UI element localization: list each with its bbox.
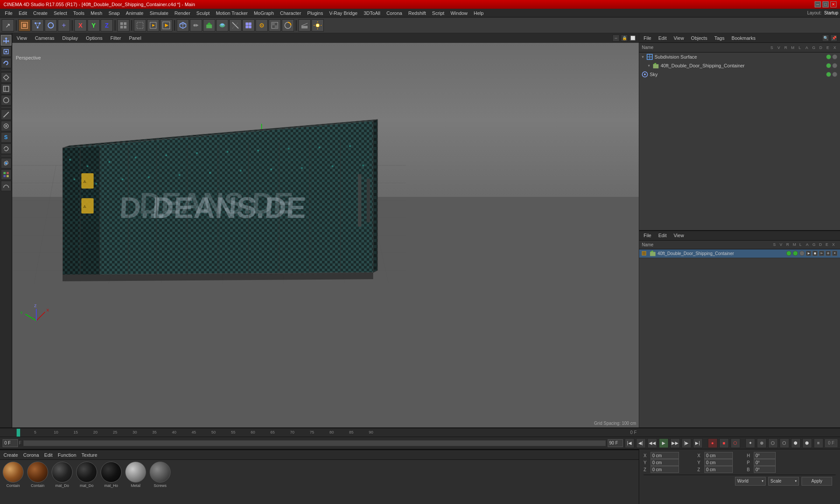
toolbar-pen[interactable]: ✏ bbox=[190, 19, 202, 32]
mat-create[interactable]: Create bbox=[4, 452, 18, 458]
left-tool-spline[interactable] bbox=[1, 181, 11, 191]
obj-file[interactable]: File bbox=[642, 35, 653, 42]
end-frame-input[interactable] bbox=[608, 439, 623, 447]
menu-motion-tracker[interactable]: Motion Tracker bbox=[213, 10, 251, 17]
tl-icon4[interactable]: ⬡ bbox=[780, 438, 789, 448]
attr-selected-row[interactable]: 40ft_Double_Door_Shipping_Container ▶ ◼ … bbox=[639, 249, 840, 258]
toolbar-cube[interactable] bbox=[177, 19, 189, 32]
mat-texture[interactable]: Texture bbox=[81, 452, 97, 458]
toolbar-faces[interactable]: + bbox=[58, 19, 70, 32]
menu-character[interactable]: Character bbox=[277, 10, 304, 17]
tl-icon7[interactable]: ≡ bbox=[814, 438, 823, 448]
menu-mesh[interactable]: Mesh bbox=[88, 10, 105, 17]
maximize-button[interactable]: □ bbox=[822, 1, 829, 7]
left-tool-poly[interactable] bbox=[1, 121, 11, 131]
menu-render[interactable]: Render bbox=[172, 10, 193, 17]
menu-edit[interactable]: Edit bbox=[16, 10, 30, 17]
left-tool-shader[interactable] bbox=[1, 169, 11, 180]
toolbar-model[interactable] bbox=[18, 19, 31, 32]
obj-bookmarks[interactable]: Bookmarks bbox=[730, 35, 757, 42]
obj-vis-dot2[interactable] bbox=[826, 63, 831, 68]
obj-edit[interactable]: Edit bbox=[657, 35, 668, 42]
menu-sculpt[interactable]: Sculpt bbox=[193, 10, 213, 17]
toolbar-x-axis[interactable]: X bbox=[74, 19, 87, 32]
attr-edit[interactable]: Edit bbox=[657, 232, 668, 239]
vp-panel[interactable]: Panel bbox=[127, 35, 143, 42]
vp-view[interactable]: View bbox=[15, 35, 29, 42]
toolbar-snap[interactable] bbox=[117, 19, 130, 32]
scale-dropdown[interactable]: Scale ▾ bbox=[768, 477, 799, 486]
timeline-slider[interactable] bbox=[23, 440, 606, 446]
obj-vis-dot3[interactable] bbox=[826, 72, 831, 77]
menu-snap[interactable]: Snap bbox=[105, 10, 123, 17]
obj-render-dot2[interactable] bbox=[832, 63, 837, 68]
tl-stop-btn[interactable]: ■ bbox=[719, 438, 729, 448]
world-dropdown[interactable]: World ▾ bbox=[735, 477, 766, 486]
toolbar-texture[interactable] bbox=[269, 19, 281, 32]
toolbar-loop-cut[interactable] bbox=[229, 19, 242, 32]
toolbar-z-axis[interactable]: Z bbox=[101, 19, 113, 32]
obj-search-icon[interactable]: 🔍 bbox=[822, 35, 829, 42]
tl-icon2[interactable]: ⊕ bbox=[757, 438, 766, 448]
mat-function[interactable]: Function bbox=[58, 452, 76, 458]
toolbar-y-axis[interactable]: Y bbox=[88, 19, 100, 32]
obj-pin-icon[interactable]: 📌 bbox=[830, 35, 837, 42]
toolbar-multi-shader[interactable] bbox=[282, 19, 294, 32]
mat-corona[interactable]: Corona bbox=[23, 452, 39, 458]
toolbar-settings[interactable]: ⚙ bbox=[256, 19, 268, 32]
left-tool-move[interactable] bbox=[1, 35, 11, 46]
tl-icon3[interactable]: ⬡ bbox=[768, 438, 778, 448]
material-item-screws[interactable]: Screws bbox=[150, 462, 171, 488]
menu-script[interactable]: Script bbox=[429, 10, 448, 17]
material-item-mat-ho[interactable]: mat_Ho bbox=[101, 462, 122, 488]
coord-sy-input[interactable] bbox=[704, 459, 733, 466]
toolbar-edges[interactable] bbox=[45, 19, 57, 32]
vp-filter[interactable]: Filter bbox=[108, 35, 122, 42]
menu-mograph[interactable]: MoGraph bbox=[251, 10, 277, 17]
toolbar-render-region[interactable] bbox=[134, 19, 146, 32]
material-item-mat-do1[interactable]: mat_Do bbox=[52, 462, 73, 488]
mat-edit[interactable]: Edit bbox=[44, 452, 52, 458]
left-tool-2[interactable] bbox=[1, 84, 11, 94]
toolbar-floor[interactable] bbox=[298, 19, 311, 32]
scene-canvas[interactable]: X Y Z bbox=[12, 43, 639, 427]
tl-icon6[interactable]: ⬢ bbox=[802, 438, 812, 448]
coord-sx-input[interactable] bbox=[704, 452, 733, 459]
obj-vis-dot[interactable] bbox=[826, 54, 831, 60]
left-tool-scale[interactable] bbox=[1, 46, 11, 57]
coord-y-input[interactable] bbox=[651, 459, 679, 466]
menu-simulate[interactable]: Simulate bbox=[147, 10, 172, 17]
material-item-contain2[interactable]: Contain bbox=[27, 462, 48, 488]
menu-redshift[interactable]: Redshift bbox=[405, 10, 429, 17]
menu-create[interactable]: Create bbox=[30, 10, 51, 17]
vp-btn-lock[interactable]: 🔒 bbox=[621, 35, 628, 42]
attr-file[interactable]: File bbox=[642, 232, 653, 239]
toolbar-uv[interactable] bbox=[242, 19, 255, 32]
material-item-mat-do2[interactable]: mat_Do bbox=[76, 462, 97, 488]
toolbar-extrude[interactable] bbox=[203, 19, 215, 32]
coord-h-input[interactable] bbox=[754, 452, 776, 459]
tl-auto-key[interactable]: ⬡ bbox=[731, 438, 740, 448]
left-tool-rotate[interactable] bbox=[1, 58, 11, 68]
tl-goto-start[interactable]: |◀ bbox=[625, 438, 634, 448]
obj-render-dot[interactable] bbox=[832, 54, 837, 60]
obj-view[interactable]: View bbox=[672, 35, 686, 42]
obj-tags[interactable]: Tags bbox=[713, 35, 726, 42]
tl-goto-end[interactable]: ▶| bbox=[693, 438, 703, 448]
vp-btn-expand[interactable]: ↔ bbox=[612, 35, 620, 42]
coord-z-input[interactable] bbox=[651, 466, 679, 473]
menu-file[interactable]: File bbox=[2, 10, 16, 17]
coord-sz-input[interactable] bbox=[704, 466, 733, 473]
vp-btn-render[interactable]: ⬜ bbox=[629, 35, 636, 42]
obj-row-subdivision[interactable]: ▾ Subdivision Surface bbox=[639, 52, 840, 61]
menu-animate[interactable]: Animate bbox=[123, 10, 147, 17]
left-tool-3[interactable] bbox=[1, 95, 11, 105]
tl-play[interactable]: ▶ bbox=[659, 438, 668, 448]
tl-icon1[interactable]: ✦ bbox=[746, 438, 755, 448]
coord-p-input[interactable] bbox=[754, 459, 776, 466]
menu-plugins[interactable]: Plugins bbox=[304, 10, 326, 17]
left-tool-line[interactable] bbox=[1, 109, 11, 120]
menu-help[interactable]: Help bbox=[471, 10, 487, 17]
menu-3dtoall[interactable]: 3DToAll bbox=[360, 10, 383, 17]
left-tool-s[interactable]: S bbox=[1, 132, 11, 143]
